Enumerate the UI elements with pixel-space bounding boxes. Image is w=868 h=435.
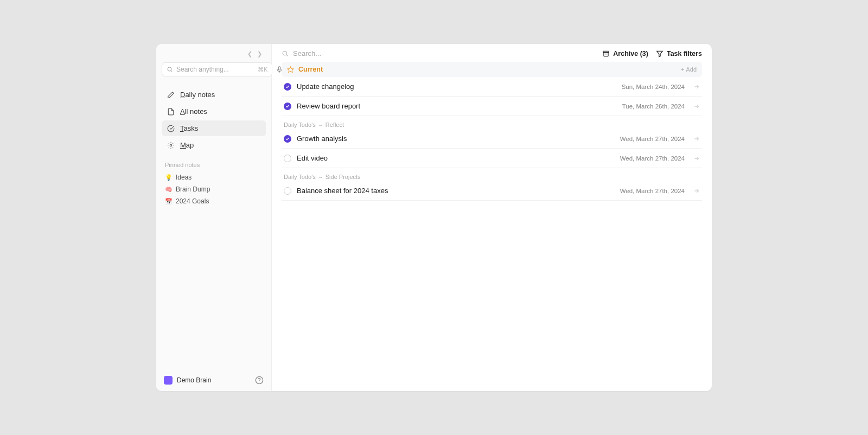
task-group: Balance sheet for 2024 taxes Wed, March … bbox=[272, 181, 712, 201]
sidebar-footer: Demo Brain bbox=[162, 373, 266, 386]
pinned-label: 2024 Goals bbox=[176, 197, 209, 205]
pinned-label: Ideas bbox=[176, 174, 192, 181]
topbar: Archive (3) Task filters bbox=[272, 44, 712, 62]
help-icon bbox=[255, 376, 264, 385]
task-breadcrumb: Daily Todo's → Reflect bbox=[272, 116, 712, 129]
task-breadcrumb: Daily Todo's → Side Projects bbox=[272, 168, 712, 181]
svg-rect-9 bbox=[603, 51, 609, 52]
arrow-right-icon[interactable] bbox=[693, 136, 700, 142]
document-icon bbox=[167, 108, 175, 116]
sidebar: ❮ ❯ ⌘K Daily notes All notes bbox=[156, 44, 272, 391]
task-checkbox[interactable] bbox=[284, 135, 291, 143]
svg-marker-11 bbox=[657, 51, 663, 57]
breadcrumb-part[interactable]: Daily Todo's bbox=[284, 174, 316, 180]
chevron-right-icon: → bbox=[318, 174, 323, 180]
search-icon bbox=[167, 66, 173, 73]
task-checkbox[interactable] bbox=[284, 155, 291, 162]
filter-icon bbox=[656, 50, 663, 57]
history-nav: ❮ ❯ bbox=[162, 49, 266, 62]
brain-avatar-icon bbox=[164, 376, 173, 385]
pencil-icon bbox=[167, 91, 175, 99]
svg-line-1 bbox=[171, 71, 172, 72]
breadcrumb-part[interactable]: Reflect bbox=[326, 121, 344, 128]
search-shortcut: ⌘K bbox=[258, 66, 267, 73]
nav-label: All notes bbox=[180, 107, 207, 116]
sidebar-nav: Daily notes All notes Tasks Map bbox=[162, 87, 266, 154]
svg-point-0 bbox=[168, 67, 171, 71]
breadcrumb-part[interactable]: Daily Todo's bbox=[284, 121, 316, 128]
pinned-item-2024-goals[interactable]: 📅 2024 Goals bbox=[162, 195, 266, 207]
task-date: Tue, March 26th, 2024 bbox=[622, 103, 685, 110]
pinned-section-label: Pinned notes bbox=[162, 154, 266, 171]
help-button[interactable] bbox=[255, 376, 264, 385]
brain-icon: 🧠 bbox=[165, 186, 173, 193]
brain-name: Demo Brain bbox=[177, 376, 211, 384]
sidebar-search[interactable]: ⌘K bbox=[162, 62, 272, 76]
nav-back-icon[interactable]: ❮ bbox=[246, 50, 253, 57]
nav-label: Daily notes bbox=[180, 91, 215, 99]
task-date: Wed, March 27th, 2024 bbox=[620, 136, 685, 142]
sidebar-item-all-notes[interactable]: All notes bbox=[162, 104, 266, 119]
chevron-right-icon: → bbox=[318, 122, 323, 128]
task-group: Update changelog Sun, March 24th, 2024 R… bbox=[272, 77, 712, 116]
app-window: ❮ ❯ ⌘K Daily notes All notes bbox=[156, 44, 712, 391]
calendar-icon: 📅 bbox=[165, 198, 173, 205]
sidebar-search-input[interactable] bbox=[176, 66, 258, 73]
search-icon bbox=[282, 50, 289, 57]
archive-icon bbox=[602, 50, 610, 57]
nav-label: Map bbox=[180, 141, 194, 149]
add-task-button[interactable]: + Add bbox=[681, 66, 697, 73]
task-title: Update changelog bbox=[297, 82, 616, 91]
arrow-right-icon[interactable] bbox=[693, 84, 700, 90]
task-title: Balance sheet for 2024 taxes bbox=[297, 187, 615, 195]
svg-point-4 bbox=[170, 144, 172, 146]
task-date: Wed, March 27th, 2024 bbox=[620, 155, 685, 162]
section-header-current: Current + Add bbox=[282, 62, 702, 77]
nav-forward-icon[interactable]: ❯ bbox=[256, 50, 263, 57]
bulb-icon: 💡 bbox=[165, 174, 173, 181]
sidebar-item-map[interactable]: Map bbox=[162, 137, 266, 153]
filters-label: Task filters bbox=[667, 50, 702, 57]
check-circle-icon bbox=[167, 125, 175, 132]
check-icon bbox=[285, 137, 290, 141]
task-checkbox[interactable] bbox=[284, 83, 291, 91]
breadcrumb-part[interactable]: Side Projects bbox=[326, 174, 361, 180]
main-panel: Archive (3) Task filters Current + Add U… bbox=[272, 44, 712, 391]
task-row[interactable]: Update changelog Sun, March 24th, 2024 bbox=[282, 77, 702, 97]
sidebar-item-daily-notes[interactable]: Daily notes bbox=[162, 87, 266, 103]
task-filters-button[interactable]: Task filters bbox=[656, 50, 702, 57]
archive-button[interactable]: Archive (3) bbox=[602, 50, 648, 57]
task-group: Growth analysis Wed, March 27th, 2024 Ed… bbox=[272, 129, 712, 168]
svg-marker-12 bbox=[288, 67, 293, 72]
task-date: Sun, March 24th, 2024 bbox=[622, 84, 685, 90]
task-title: Review board report bbox=[297, 102, 617, 110]
gear-icon bbox=[167, 142, 175, 149]
section-title: Current bbox=[298, 66, 676, 73]
plus-icon: + bbox=[681, 66, 684, 73]
task-row[interactable]: Review board report Tue, March 26th, 202… bbox=[282, 97, 702, 116]
arrow-right-icon[interactable] bbox=[693, 155, 700, 162]
star-icon bbox=[287, 66, 294, 73]
check-icon bbox=[285, 85, 290, 89]
task-title: Growth analysis bbox=[297, 135, 615, 143]
task-date: Wed, March 27th, 2024 bbox=[620, 188, 685, 194]
main-search-input[interactable] bbox=[293, 49, 401, 57]
task-checkbox[interactable] bbox=[284, 103, 291, 110]
sidebar-item-tasks[interactable]: Tasks bbox=[162, 120, 266, 136]
task-row[interactable]: Balance sheet for 2024 taxes Wed, March … bbox=[282, 181, 702, 201]
main-search[interactable] bbox=[282, 49, 595, 57]
task-checkbox[interactable] bbox=[284, 187, 291, 195]
pinned-item-brain-dump[interactable]: 🧠 Brain Dump bbox=[162, 183, 266, 195]
nav-label: Tasks bbox=[180, 124, 198, 132]
archive-label: Archive (3) bbox=[613, 50, 648, 57]
task-title: Edit video bbox=[297, 154, 615, 162]
check-icon bbox=[285, 104, 290, 108]
task-row[interactable]: Edit video Wed, March 27th, 2024 bbox=[282, 149, 702, 168]
add-label: Add bbox=[686, 66, 697, 73]
brain-switcher[interactable]: Demo Brain bbox=[164, 376, 211, 385]
arrow-right-icon[interactable] bbox=[693, 103, 700, 110]
pinned-item-ideas[interactable]: 💡 Ideas bbox=[162, 171, 266, 183]
arrow-right-icon[interactable] bbox=[693, 188, 700, 194]
task-row[interactable]: Growth analysis Wed, March 27th, 2024 bbox=[282, 129, 702, 149]
sidebar-search-row: ⌘K bbox=[162, 62, 266, 77]
